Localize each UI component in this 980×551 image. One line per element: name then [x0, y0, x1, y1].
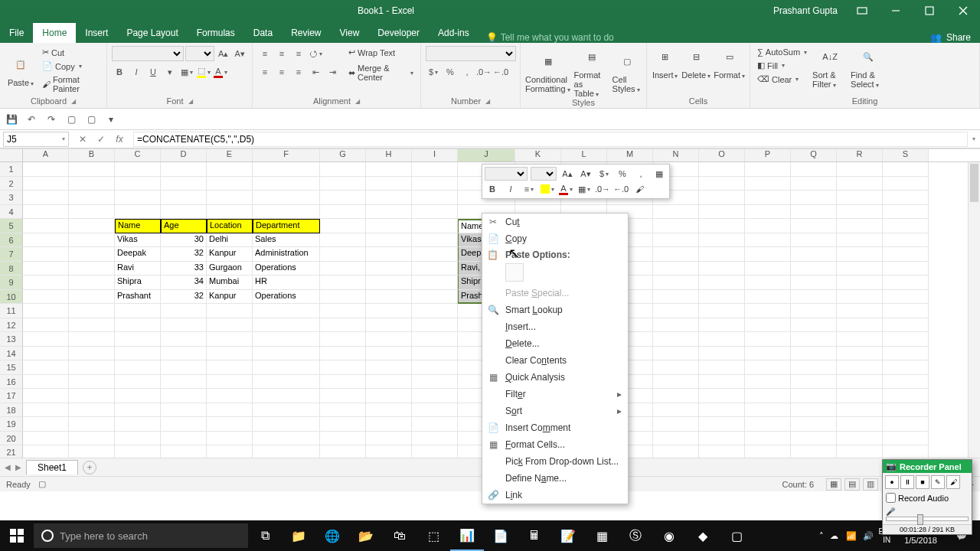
cell[interactable] — [699, 162, 745, 177]
cell[interactable] — [745, 304, 791, 318]
ctx-copy[interactable]: 📄Copy — [482, 230, 628, 247]
cell[interactable] — [883, 304, 929, 318]
cell[interactable] — [23, 417, 69, 432]
cell[interactable] — [412, 247, 458, 262]
decrease-font-icon[interactable]: A▾ — [232, 46, 247, 61]
ctx-link[interactable]: 🔗Link — [482, 487, 628, 504]
edge-icon[interactable]: 🌐 — [315, 520, 349, 551]
rec-record-icon[interactable]: ● — [885, 475, 899, 489]
notepad-icon[interactable]: 📄 — [484, 520, 518, 551]
mini-italic-button[interactable]: I — [503, 182, 518, 196]
cell[interactable] — [69, 233, 115, 248]
save-icon[interactable]: 💾 — [5, 112, 18, 126]
cell[interactable] — [23, 205, 69, 220]
cell[interactable] — [320, 233, 366, 248]
cell[interactable] — [837, 177, 883, 191]
cell[interactable] — [161, 347, 207, 361]
cell[interactable] — [837, 233, 883, 248]
cell[interactable] — [412, 276, 458, 290]
cell[interactable] — [320, 375, 366, 390]
cell[interactable] — [412, 432, 458, 446]
cell[interactable] — [320, 276, 366, 290]
recorder-header[interactable]: 📷Recorder Panel — [883, 460, 972, 473]
cell[interactable] — [412, 205, 458, 220]
start-button[interactable] — [0, 520, 34, 551]
cell[interactable] — [412, 445, 458, 458]
app3-icon[interactable]: ▢ — [720, 520, 753, 551]
close-icon[interactable] — [946, 0, 980, 21]
cell[interactable] — [69, 304, 115, 318]
col-header-N[interactable]: N — [653, 149, 699, 161]
cell[interactable] — [207, 389, 253, 403]
cell[interactable] — [699, 389, 745, 403]
row-header-6[interactable]: 6 — [0, 233, 23, 248]
col-header-A[interactable]: A — [23, 149, 69, 161]
inc-decimal-icon[interactable]: .0→ — [476, 64, 492, 80]
ctx-delete[interactable]: Delete... — [482, 335, 628, 352]
rec-tool2-icon[interactable]: 🖌 — [946, 475, 960, 489]
cell[interactable] — [253, 332, 320, 347]
qat-btn-2[interactable]: ▢ — [84, 112, 98, 126]
cell[interactable] — [699, 290, 745, 305]
alignment-launcher-icon[interactable]: ◢ — [355, 98, 360, 105]
row-header-10[interactable]: 10 — [0, 290, 23, 305]
cell[interactable] — [23, 177, 69, 191]
cell[interactable] — [653, 318, 699, 333]
align-right-icon[interactable]: ≡ — [291, 64, 306, 80]
cell[interactable] — [837, 162, 883, 177]
ctx-format-cells[interactable]: ▦Format Cells... — [482, 436, 628, 453]
word-icon[interactable]: 📝 — [551, 520, 585, 551]
cell[interactable] — [791, 445, 837, 458]
row-header-18[interactable]: 18 — [0, 403, 23, 418]
tab-addins[interactable]: Add-ins — [429, 23, 479, 43]
merge-center-button[interactable]: ⬌Merge & Center — [346, 62, 416, 83]
cell[interactable] — [207, 332, 253, 347]
cell[interactable] — [837, 360, 883, 375]
cell[interactable] — [23, 162, 69, 177]
mini-percent-icon[interactable]: % — [615, 167, 630, 181]
cell[interactable] — [653, 290, 699, 305]
cell[interactable] — [69, 360, 115, 375]
cell[interactable] — [745, 205, 791, 220]
dropbox-icon[interactable]: ⬚ — [416, 520, 450, 551]
cell[interactable] — [207, 403, 253, 418]
cell[interactable] — [69, 375, 115, 390]
page-layout-view-icon[interactable]: ▤ — [844, 478, 860, 491]
cell[interactable] — [699, 205, 745, 220]
cell[interactable] — [791, 219, 837, 233]
cell[interactable] — [366, 347, 412, 361]
qat-more-icon[interactable]: ▾ — [104, 112, 118, 126]
cell[interactable]: 32 — [161, 247, 207, 262]
row-header-8[interactable]: 8 — [0, 262, 23, 276]
cell[interactable] — [366, 332, 412, 347]
cell[interactable] — [366, 290, 412, 305]
cell[interactable] — [699, 347, 745, 361]
explorer-icon[interactable]: 📁 — [282, 520, 315, 551]
row-header-20[interactable]: 20 — [0, 432, 23, 446]
cell[interactable] — [653, 417, 699, 432]
col-header-G[interactable]: G — [320, 149, 366, 161]
scrollbar-thumb[interactable] — [970, 164, 978, 202]
cell[interactable] — [699, 233, 745, 248]
share-button[interactable]: 👥Share — [921, 32, 980, 43]
cell[interactable] — [320, 432, 366, 446]
wrap-text-button[interactable]: ↩Wrap Text — [346, 46, 416, 59]
tab-data[interactable]: Data — [244, 23, 282, 43]
cell[interactable] — [837, 318, 883, 333]
cell[interactable] — [115, 332, 161, 347]
cell[interactable] — [115, 445, 161, 458]
row-header-3[interactable]: 3 — [0, 191, 23, 205]
skype-icon[interactable]: Ⓢ — [619, 520, 652, 551]
col-header-O[interactable]: O — [699, 149, 745, 161]
cell[interactable] — [653, 389, 699, 403]
cell[interactable] — [745, 417, 791, 432]
cell[interactable] — [207, 417, 253, 432]
col-header-H[interactable]: H — [366, 149, 412, 161]
cell[interactable] — [69, 389, 115, 403]
tell-me[interactable]: 💡Tell me what you want to do — [479, 32, 622, 43]
qat-btn-1[interactable]: ▢ — [64, 112, 78, 126]
cell[interactable] — [161, 318, 207, 333]
cell[interactable] — [161, 432, 207, 446]
cell[interactable] — [253, 304, 320, 318]
tab-formulas[interactable]: Formulas — [188, 23, 244, 43]
